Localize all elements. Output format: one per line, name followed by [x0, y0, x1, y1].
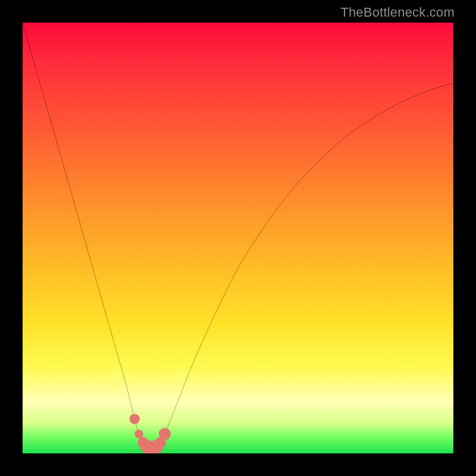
lowpoint-marker	[159, 428, 171, 440]
attribution-label: TheBottleneck.com	[340, 5, 455, 20]
bottleneck-curve	[23, 23, 453, 449]
chart-frame: TheBottleneck.com	[0, 0, 476, 476]
plot-area	[23, 23, 453, 453]
chart-svg	[23, 23, 453, 453]
lowpoint-marker	[130, 414, 140, 424]
lowpoint-marker	[134, 430, 143, 438]
lowpoint-markers	[130, 414, 171, 453]
